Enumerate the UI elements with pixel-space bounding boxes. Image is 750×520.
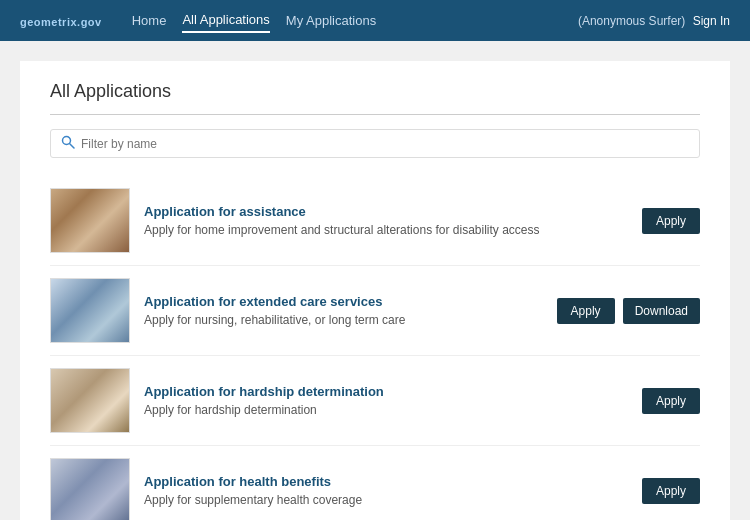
app-info-2: Application for extended care services A… bbox=[144, 294, 543, 327]
content-area: All Applications Application bbox=[0, 41, 750, 520]
content-inner: All Applications Application bbox=[20, 61, 730, 520]
list-item: Application for health benefits Apply fo… bbox=[50, 446, 700, 520]
nav-item-my-applications[interactable]: My Applications bbox=[286, 9, 376, 32]
logo: geometrix.gov bbox=[20, 12, 102, 30]
app-desc-2: Apply for nursing, rehabilitative, or lo… bbox=[144, 313, 543, 327]
svg-line-1 bbox=[70, 144, 75, 149]
list-item: Application for hardship determination A… bbox=[50, 356, 700, 446]
user-status: (Anonymous Surfer) bbox=[578, 14, 685, 28]
app-list: Application for assistance Apply for hom… bbox=[50, 176, 700, 520]
app-thumbnail-3 bbox=[50, 368, 130, 433]
search-input[interactable] bbox=[81, 137, 689, 151]
download-button-2[interactable]: Download bbox=[623, 298, 700, 324]
apply-button-3[interactable]: Apply bbox=[642, 388, 700, 414]
page-wrapper: geometrix.gov Home All Applications My A… bbox=[0, 0, 750, 520]
app-title-4[interactable]: Application for health benefits bbox=[144, 474, 628, 489]
app-actions-4: Apply bbox=[642, 478, 700, 504]
app-thumbnail-2 bbox=[50, 278, 130, 343]
app-actions-3: Apply bbox=[642, 388, 700, 414]
app-desc-4: Apply for supplementary health coverage bbox=[144, 493, 628, 507]
header: geometrix.gov Home All Applications My A… bbox=[0, 0, 750, 41]
nav-item-all-applications[interactable]: All Applications bbox=[182, 8, 269, 33]
apply-button-1[interactable]: Apply bbox=[642, 208, 700, 234]
nav: Home All Applications My Applications bbox=[132, 8, 376, 33]
app-info-4: Application for health benefits Apply fo… bbox=[144, 474, 628, 507]
list-item: Application for extended care services A… bbox=[50, 266, 700, 356]
apply-button-4[interactable]: Apply bbox=[642, 478, 700, 504]
logo-text: geometrix bbox=[20, 16, 77, 28]
app-title-2[interactable]: Application for extended care services bbox=[144, 294, 543, 309]
app-info-3: Application for hardship determination A… bbox=[144, 384, 628, 417]
app-info-1: Application for assistance Apply for hom… bbox=[144, 204, 628, 237]
app-actions-1: Apply bbox=[642, 208, 700, 234]
logo-tld: .gov bbox=[77, 16, 102, 28]
app-title-1[interactable]: Application for assistance bbox=[144, 204, 628, 219]
nav-item-home[interactable]: Home bbox=[132, 9, 167, 32]
sign-in-link[interactable]: Sign In bbox=[693, 14, 730, 28]
app-actions-2: Apply Download bbox=[557, 298, 700, 324]
app-thumbnail-4 bbox=[50, 458, 130, 520]
search-container bbox=[50, 129, 700, 158]
app-thumbnail-1 bbox=[50, 188, 130, 253]
divider bbox=[50, 114, 700, 115]
app-desc-1: Apply for home improvement and structura… bbox=[144, 223, 628, 237]
page-title: All Applications bbox=[50, 81, 700, 102]
list-item: Application for assistance Apply for hom… bbox=[50, 176, 700, 266]
header-right: (Anonymous Surfer) Sign In bbox=[578, 14, 730, 28]
app-desc-3: Apply for hardship determination bbox=[144, 403, 628, 417]
search-icon bbox=[61, 135, 75, 152]
app-title-3[interactable]: Application for hardship determination bbox=[144, 384, 628, 399]
apply-button-2[interactable]: Apply bbox=[557, 298, 615, 324]
